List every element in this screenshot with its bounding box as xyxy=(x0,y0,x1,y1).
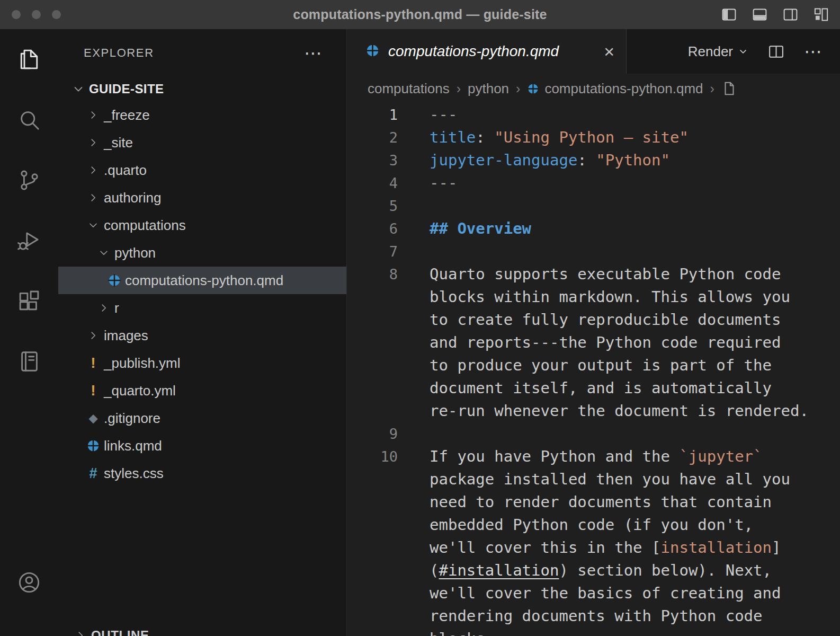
tree-folder-r[interactable]: r xyxy=(58,294,346,322)
code-row[interactable]: 5 xyxy=(347,195,840,217)
breadcrumb-computations[interactable]: computations xyxy=(368,81,450,97)
code-row[interactable]: 4--- xyxy=(347,172,840,195)
tree-item-label: links.qmd xyxy=(104,438,162,454)
tree-folder-python[interactable]: python xyxy=(58,239,346,267)
code-row[interactable]: to produce your output is part of the xyxy=(347,354,840,377)
line-number[interactable]: 2 xyxy=(347,126,398,149)
line-number[interactable]: 6 xyxy=(347,217,398,240)
tree-file-styles.css[interactable]: #styles.css xyxy=(58,460,346,487)
breadcrumb-label: python xyxy=(468,81,509,97)
outline-section-header[interactable]: OUTLINE xyxy=(58,623,149,636)
line-number[interactable]: 7 xyxy=(347,240,398,263)
code-row[interactable]: blocks within markdown. This allows you xyxy=(347,286,840,308)
code-row[interactable]: we'll cover the basics of creating and xyxy=(347,582,840,605)
tree-folder-authoring[interactable]: authoring xyxy=(58,184,346,211)
tree-file-_quarto.yml[interactable]: !_quarto.yml xyxy=(58,377,346,404)
code-row[interactable]: embedded Python code (if you don't, xyxy=(347,514,840,536)
editor-more-actions-icon[interactable]: ⋯ xyxy=(804,41,823,62)
line-number[interactable] xyxy=(347,331,398,354)
code-row[interactable]: and reports---the Python code required xyxy=(347,331,840,354)
breadcrumb-separator: › xyxy=(457,81,461,96)
code-row[interactable]: rendering documents with Python code xyxy=(347,605,840,628)
toggle-primary-sidebar-icon[interactable] xyxy=(721,6,737,23)
line-number[interactable]: 3 xyxy=(347,149,398,172)
minimize-window-button[interactable] xyxy=(32,10,41,19)
code-row[interactable]: (#installation) section below). Next, xyxy=(347,559,840,582)
toggle-secondary-sidebar-icon[interactable] xyxy=(782,6,799,23)
line-number[interactable] xyxy=(347,354,398,377)
tree-file-_publish.yml[interactable]: !_publish.yml xyxy=(58,349,346,377)
outline-label: OUTLINE xyxy=(91,628,149,636)
line-number[interactable] xyxy=(347,468,398,491)
titlebar-layout-icons xyxy=(721,0,829,29)
explorer-icon[interactable] xyxy=(17,47,41,72)
explorer-more-actions-icon[interactable]: ⋯ xyxy=(304,42,323,64)
window-titlebar: computations-python.qmd — guide-site xyxy=(0,0,840,29)
code-row[interactable]: blocks. xyxy=(347,628,840,636)
tree-folder-computations[interactable]: computations xyxy=(58,211,346,239)
tree-folder-_freeze[interactable]: _freeze xyxy=(58,101,346,129)
line-number[interactable]: 10 xyxy=(347,445,398,468)
line-number[interactable]: 8 xyxy=(347,263,398,286)
line-number[interactable] xyxy=(347,582,398,605)
tab-computations-python-qmd[interactable]: computations-python.qmd × xyxy=(347,29,627,74)
run-debug-icon[interactable] xyxy=(17,228,41,253)
customize-layout-icon[interactable] xyxy=(813,6,829,23)
line-number[interactable] xyxy=(347,286,398,308)
line-number[interactable] xyxy=(347,536,398,559)
code-row[interactable]: package installed then you have all you xyxy=(347,468,840,491)
line-number[interactable]: 5 xyxy=(347,195,398,217)
line-number[interactable] xyxy=(347,400,398,422)
explorer-header: EXPLORER ⋯ xyxy=(58,29,346,77)
line-number[interactable] xyxy=(347,491,398,514)
quarto-file-icon xyxy=(85,439,102,453)
breadcrumb-separator: › xyxy=(516,81,520,96)
close-tab-icon[interactable]: × xyxy=(604,42,614,60)
extensions-icon[interactable] xyxy=(17,289,41,313)
tree-item-label: authoring xyxy=(104,190,161,206)
code-row[interactable]: document itself, and is automatically xyxy=(347,377,840,400)
line-number[interactable] xyxy=(347,514,398,536)
tree-root-guide-site[interactable]: GUIDE-SITE xyxy=(58,77,346,101)
line-number[interactable] xyxy=(347,308,398,331)
code-row[interactable]: we'll cover this in the [installation] xyxy=(347,536,840,559)
zoom-window-button[interactable] xyxy=(52,10,61,19)
line-number[interactable] xyxy=(347,377,398,400)
code-row[interactable]: 10If you have Python and the `jupyter` xyxy=(347,445,840,468)
source-control-icon[interactable] xyxy=(17,168,41,192)
code-row[interactable]: re-run whenever the document is rendered… xyxy=(347,400,840,422)
line-number[interactable]: 4 xyxy=(347,172,398,195)
code-row[interactable]: 6## Overview xyxy=(347,217,840,240)
code-area[interactable]: 1---2title: "Using Python — site"3jupyte… xyxy=(347,103,840,636)
account-icon[interactable] xyxy=(17,570,41,595)
close-window-button[interactable] xyxy=(12,10,21,19)
line-number[interactable]: 9 xyxy=(347,422,398,445)
breadcrumb-python[interactable]: python xyxy=(468,81,509,97)
code-row[interactable]: need to render documents that contain xyxy=(347,491,840,514)
code-row[interactable]: to create fully reproducible documents xyxy=(347,308,840,331)
line-number[interactable]: 1 xyxy=(347,103,398,126)
line-number[interactable] xyxy=(347,605,398,628)
code-row[interactable]: 9 xyxy=(347,422,840,445)
line-number[interactable] xyxy=(347,628,398,636)
code-row[interactable]: 7 xyxy=(347,240,840,263)
code-row[interactable]: 1--- xyxy=(347,103,840,126)
render-button[interactable]: Render xyxy=(688,43,748,60)
code-row[interactable]: 2title: "Using Python — site" xyxy=(347,126,840,149)
chevron-right-icon xyxy=(85,164,102,176)
tree-file-computations-python.qmd[interactable]: computations-python.qmd xyxy=(58,267,346,294)
tree-item-label: _freeze xyxy=(104,107,150,123)
tree-file-links.qmd[interactable]: links.qmd xyxy=(58,432,346,460)
code-row[interactable]: 3jupyter-language: "Python" xyxy=(347,149,840,172)
tree-file-.gitignore[interactable]: ◆.gitignore xyxy=(58,404,346,432)
toggle-panel-icon[interactable] xyxy=(752,6,768,23)
breadcrumb-computations-python.qmd[interactable]: computations-python.qmd xyxy=(527,81,703,97)
code-row[interactable]: 8Quarto supports executable Python code xyxy=(347,263,840,286)
tree-folder-_site[interactable]: _site xyxy=(58,129,346,156)
tree-folder-.quarto[interactable]: .quarto xyxy=(58,156,346,184)
split-editor-icon[interactable] xyxy=(767,43,785,60)
notebook-icon[interactable] xyxy=(17,349,41,374)
search-icon[interactable] xyxy=(17,108,41,132)
line-number[interactable] xyxy=(347,559,398,582)
tree-folder-images[interactable]: images xyxy=(58,322,346,349)
